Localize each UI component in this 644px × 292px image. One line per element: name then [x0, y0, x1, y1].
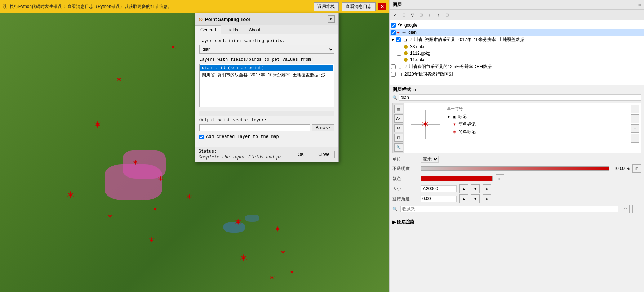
- rotation-up-btn[interactable]: ▲: [459, 194, 468, 203]
- error-bar: 误: 执行Python代码时发生错误： 查看消息日志（Python错误）以获取更…: [0, 0, 389, 13]
- active-marker: ●: [397, 30, 400, 35]
- footer-status: Status: Complete the input fields and pr: [199, 149, 289, 160]
- move-up-btn[interactable]: ↑: [631, 124, 639, 133]
- layer-checkbox-admin[interactable]: [391, 72, 396, 77]
- symbol-tree: 单一符号 ▼ ▣ 标记 ✶ 简单标记 ✶ 简单标记: [447, 106, 626, 142]
- expand-icon: ▶: [392, 220, 396, 225]
- layer-color-33: [404, 45, 408, 49]
- opacity-label: 不透明度: [392, 166, 418, 172]
- layer-containing-label: Layer containing sampling points:: [199, 39, 334, 44]
- layer-item-11gpkg[interactable]: 11.gpkg: [390, 57, 644, 63]
- layer-item-admin[interactable]: ☐ 2020年我国省级行政区划: [390, 71, 644, 78]
- list-item-normal[interactable]: 四川省_资阳市的乐至县_2017年_10米分辨率_土地覆盖数据:沙: [200, 71, 333, 79]
- layer-item-dian[interactable]: ● ⊹ dian: [390, 29, 644, 36]
- view-log-button[interactable]: 查看消息日志: [342, 2, 376, 11]
- simple-marker-label-2: 简单标记: [458, 129, 476, 135]
- size-input[interactable]: 7.20000: [421, 185, 457, 192]
- settings-btn[interactable]: ⚙: [632, 205, 641, 213]
- sym-btn-2[interactable]: Aa: [394, 114, 403, 123]
- layer-item-33gpkg[interactable]: 33.gpkg: [390, 44, 644, 50]
- color-picker[interactable]: [421, 176, 493, 181]
- layer-rendering-title[interactable]: ▶ 图层渲染: [392, 218, 641, 226]
- layer-checkbox-1112gpkg[interactable]: [397, 51, 401, 56]
- sym-btn-1[interactable]: ▤: [394, 105, 403, 113]
- layer-name-dem: 四川省资阳市乐至县的12.5米分辨率DEM数据: [404, 64, 492, 70]
- toolbar-btn-6[interactable]: ⊡: [443, 11, 451, 19]
- status-text: Complete the input fields and pr: [199, 155, 289, 160]
- add-symbol-btn[interactable]: +: [631, 105, 639, 113]
- sym-btn-3[interactable]: ⊙: [394, 124, 403, 132]
- size-up-btn[interactable]: ▲: [459, 184, 468, 193]
- toolbar-btn-5[interactable]: ↑: [434, 11, 442, 19]
- layer-rendering-section: ▶ 图层渲染: [390, 216, 644, 228]
- output-row: Browse: [199, 124, 334, 131]
- dialog-title: Point Sampling Tool: [205, 17, 325, 22]
- layer-item-dem[interactable]: ⊞ 四川省资阳市乐至县的12.5米分辨率DEM数据: [390, 63, 644, 71]
- toolbar-btn-filter[interactable]: ▽: [408, 11, 416, 19]
- toolbar-btn-3[interactable]: ⊞: [417, 11, 425, 19]
- unit-select[interactable]: 毫米: [421, 156, 439, 163]
- rotation-expr-btn[interactable]: ε: [483, 194, 491, 203]
- star-marker: ✶: [170, 43, 176, 51]
- search-icon: 🔍: [392, 95, 397, 100]
- layer-item-1112gpkg[interactable]: 1112.gpkg: [390, 50, 644, 57]
- layer-checkbox-dian[interactable]: [391, 30, 396, 35]
- color-expand-btn[interactable]: ⊞: [496, 174, 504, 183]
- style-search-input[interactable]: [399, 94, 641, 101]
- layer-item-sichuan[interactable]: ▼ ⊞ 四川省_资阳市的乐至县_2017年_10米分辨率_土地覆盖数据: [390, 36, 644, 44]
- layer-checkbox-dem[interactable]: [391, 64, 396, 69]
- output-input[interactable]: [199, 124, 310, 131]
- rotation-down-btn[interactable]: ▼: [471, 194, 480, 203]
- dialog-icon: ⊙: [199, 16, 203, 22]
- toolbar-btn-2[interactable]: ⊞: [400, 11, 408, 19]
- ok-button[interactable]: OK: [290, 151, 311, 158]
- rotation-input[interactable]: 0.00°: [421, 196, 457, 202]
- tab-general[interactable]: General: [195, 25, 221, 34]
- dialog-close-button[interactable]: ✕: [328, 15, 335, 23]
- output-label: Output point vector layer:: [199, 118, 334, 123]
- layer-name-sichuan: 四川省_资阳市的乐至县_2017年_10米分辨率_土地覆盖数据: [409, 37, 524, 43]
- layer-select[interactable]: dian: [199, 45, 334, 54]
- dialog-titlebar: ⊙ Point Sampling Tool ✕: [195, 13, 338, 25]
- move-down-btn[interactable]: ↓: [631, 134, 639, 143]
- remove-symbol-btn[interactable]: −: [631, 114, 639, 123]
- toolbar-btn-1[interactable]: ✓: [391, 11, 399, 19]
- layer-checkbox-11gpkg[interactable]: [397, 58, 401, 62]
- simple-marker-label-1: 简单标记: [458, 121, 476, 127]
- tab-fields[interactable]: Fields: [221, 25, 244, 34]
- layer-checkbox-33gpkg[interactable]: [397, 45, 401, 49]
- close-button[interactable]: Close: [313, 151, 335, 158]
- map-patch: [105, 164, 162, 200]
- sym-btn-4[interactable]: ⊡: [394, 134, 403, 142]
- map-water: [245, 215, 259, 222]
- star-marker: ✶: [275, 225, 281, 233]
- rotation-row: 旋转角度 0.00° ▲ ▼ ε: [392, 194, 641, 203]
- tab-about[interactable]: About: [244, 25, 266, 34]
- size-expr-btn[interactable]: ε: [483, 184, 491, 193]
- callstack-button[interactable]: 调用堆栈: [314, 2, 339, 11]
- symbol-row-simple2[interactable]: ✶ 简单标记: [447, 128, 626, 136]
- layer-item-google[interactable]: 🗺 google: [390, 22, 644, 29]
- sym-btn-5[interactable]: 🔧: [394, 143, 403, 152]
- star-marker: ✶: [152, 205, 158, 214]
- browse-button[interactable]: Browse: [312, 124, 334, 131]
- opacity-slider[interactable]: [421, 166, 609, 171]
- error-close-button[interactable]: ✕: [378, 3, 386, 10]
- star-marker: ✶: [66, 189, 75, 201]
- color-label: 颜色: [392, 176, 418, 182]
- list-item-selected[interactable]: dian : id (source point): [200, 65, 333, 71]
- opacity-expand-btn[interactable]: ⊞: [632, 164, 641, 173]
- style-title: 图层样式: [392, 86, 411, 93]
- favorites-search-input[interactable]: [400, 206, 618, 212]
- layer-color-11: [404, 58, 408, 62]
- layer-checkbox-sichuan[interactable]: [396, 37, 401, 42]
- add-layer-checkbox[interactable]: [199, 135, 204, 139]
- size-down-btn[interactable]: ▼: [471, 184, 480, 193]
- favorites-btn[interactable]: ☆: [621, 205, 630, 213]
- toolbar-btn-4[interactable]: ↓: [426, 11, 434, 19]
- unit-row: 单位 毫米: [392, 156, 641, 163]
- layer-checkbox-google[interactable]: [391, 23, 396, 28]
- scroll-bar-horizontal[interactable]: [199, 111, 334, 116]
- symbol-row-simple1[interactable]: ✶ 简单标记: [447, 121, 626, 128]
- layers-panel-header: 图层 ⊞: [390, 0, 644, 10]
